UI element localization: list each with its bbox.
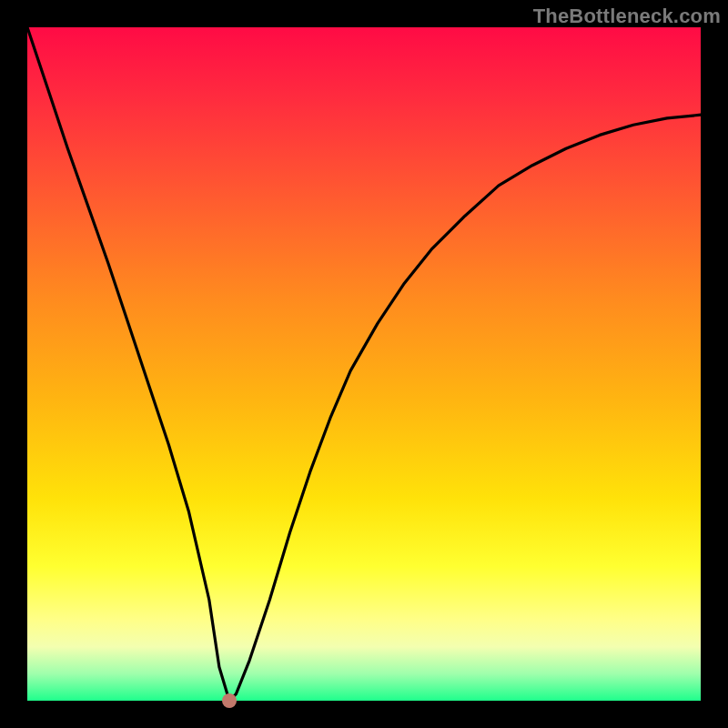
- min-marker: [222, 693, 237, 708]
- curve-layer: [27, 27, 701, 701]
- bottleneck-curve: [27, 27, 701, 701]
- watermark-text: TheBottleneck.com: [533, 5, 721, 28]
- chart-frame: TheBottleneck.com: [0, 0, 728, 728]
